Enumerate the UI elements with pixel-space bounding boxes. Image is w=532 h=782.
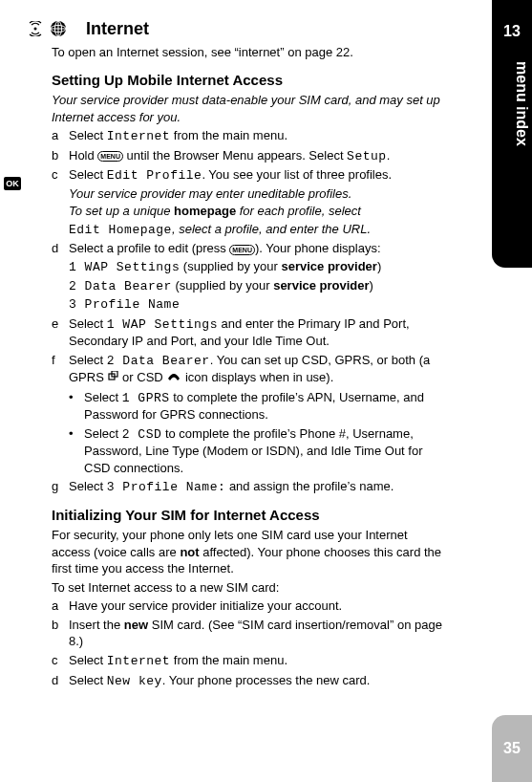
t: Select: [69, 167, 107, 182]
step-body: Hold MENU until the Browser Menu appears…: [69, 147, 444, 165]
t: Select a profile to edit (press: [69, 241, 229, 255]
step-body: Select 3 Profile Name: and assign the pr…: [69, 478, 444, 496]
step-body: Select 1 WAP Settings and enter the Prim…: [69, 315, 444, 350]
mono: Edit Profile: [107, 168, 202, 183]
mono: Internet: [107, 129, 170, 143]
bullet-2: • Select 2 CSD to complete the profile’s…: [69, 425, 444, 477]
step-d: d Select a profile to edit (press MENU).…: [52, 240, 444, 313]
t: Select: [69, 316, 107, 331]
mono: 1 WAP Settings: [107, 317, 218, 332]
t: or CSD: [118, 370, 166, 384]
init-step-c: c Select Internet from the main menu.: [52, 652, 444, 670]
t: Select: [84, 426, 122, 441]
t: icon displays when in use).: [181, 370, 333, 384]
bullet-icon: •: [69, 389, 84, 424]
step-label: d: [52, 672, 69, 690]
step-body: Insert the new SIM card. (See “SIM card …: [69, 617, 444, 650]
t: and assign the profile’s name.: [225, 479, 394, 493]
t: .: [387, 148, 391, 163]
note-line: Your service provider may enter uneditab…: [69, 185, 444, 203]
mono: New key: [107, 674, 162, 688]
t: Select: [69, 128, 107, 142]
page-content: Internet To open an Internet session, se…: [0, 0, 482, 699]
step-label: g: [52, 478, 69, 496]
t: , select a profile, and enter the URL.: [172, 222, 371, 236]
init-step-d: d Select New key. Your phone processes t…: [52, 672, 444, 690]
step-body: Select Edit Profile. You see your list o…: [69, 166, 444, 185]
bold: service provider: [281, 259, 376, 273]
step-body: Have your service provider initialize yo…: [69, 597, 444, 615]
t: ): [377, 259, 381, 273]
t: for each profile, select: [236, 204, 361, 218]
ok-badge-icon: OK: [4, 177, 21, 190]
step-label: b: [52, 617, 69, 650]
side-tab: 13 menu index 35: [492, 0, 532, 782]
bold: new: [124, 618, 148, 632]
main-heading: Internet: [86, 17, 149, 40]
bullet-body: Select 2 CSD to complete the profile’s P…: [84, 425, 444, 477]
t: (supplied by your: [180, 259, 281, 273]
step-label: c: [52, 166, 69, 185]
step-g: g Select 3 Profile Name: and assign the …: [52, 478, 444, 496]
note-line: Edit Homepage, select a profile, and ent…: [69, 221, 444, 239]
init-p2: To set Internet access to a new SIM card…: [52, 579, 444, 597]
bold: homepage: [174, 204, 236, 218]
chapter-label: menu index: [492, 57, 532, 249]
mono: Setup: [347, 149, 387, 163]
menu-key-icon: MENU: [229, 245, 255, 255]
mono: 2 Data Bearer: [69, 279, 172, 293]
t: . You see your list of three profiles.: [202, 167, 392, 182]
mono: 3 Profile Name: [69, 297, 180, 312]
mono: Internet: [107, 654, 170, 668]
heading-row: Internet: [27, 17, 444, 40]
step-body: Select a profile to edit (press MENU). Y…: [69, 240, 444, 313]
step-body: Select New key. Your phone processes the…: [69, 672, 444, 690]
t: Insert the: [69, 618, 124, 632]
bullet-1: • Select 1 GPRS to complete the profile’…: [69, 389, 444, 424]
t: . Your phone processes the new card.: [162, 673, 371, 687]
mono: Edit Homepage: [69, 223, 172, 237]
init-step-b: b Insert the new SIM card. (See “SIM car…: [52, 617, 444, 650]
t: Select: [84, 390, 122, 404]
t: until the Browser Menu appears. Select: [123, 148, 347, 163]
tab-dark: 13 menu index: [492, 0, 532, 268]
init-heading: Initializing Your SIM for Internet Acces…: [52, 506, 444, 525]
chapter-number: 13: [492, 21, 532, 42]
provider-note: Your service provider may enter uneditab…: [69, 185, 444, 239]
t: from the main menu.: [170, 653, 287, 667]
intro-text: To open an Internet session, see “intern…: [52, 44, 444, 61]
step-f: f Select 2 Data Bearer. You can set up C…: [52, 352, 444, 387]
bold: not: [180, 545, 199, 559]
init-p1: For security, your phone only lets one S…: [52, 527, 444, 577]
t: Hold: [69, 148, 97, 163]
step-a: a Select Internet from the main menu.: [52, 127, 444, 145]
t: from the main menu.: [170, 128, 287, 142]
t: Select: [69, 673, 107, 687]
option-2: 2 Data Bearer (supplied by your service …: [69, 277, 444, 295]
t: ). Your phone displays:: [255, 241, 381, 255]
step-label: a: [52, 597, 69, 615]
csd-phone-icon: [166, 370, 181, 387]
mono: 3 Profile Name:: [107, 480, 226, 494]
step-label: d: [52, 240, 69, 313]
step-c: c Select Edit Profile. You see your list…: [52, 166, 444, 185]
t: To set up a unique: [69, 204, 174, 218]
mono: 2 Data Bearer: [107, 354, 210, 368]
t: (supplied by your: [172, 278, 273, 293]
option-1: 1 WAP Settings (supplied by your service…: [69, 258, 444, 276]
bullet-icon: •: [69, 425, 84, 477]
page-number: 35: [503, 738, 521, 759]
menu-key-icon: MENU: [97, 151, 123, 162]
step-label: c: [52, 652, 69, 670]
mono: 2 CSD: [122, 427, 162, 442]
step-label: e: [52, 315, 69, 350]
t: Select: [69, 653, 107, 667]
signal-icon: [27, 20, 44, 37]
setup-heading: Setting Up Mobile Internet Access: [52, 71, 444, 90]
step-label: b: [52, 147, 69, 165]
note-line: To set up a unique homepage for each pro…: [69, 203, 444, 220]
globe-icon: [50, 20, 67, 37]
page-number-tab: 35: [492, 715, 532, 782]
setup-note: Your service provider must data-enable y…: [52, 92, 444, 125]
step-e: e Select 1 WAP Settings and enter the Pr…: [52, 315, 444, 350]
